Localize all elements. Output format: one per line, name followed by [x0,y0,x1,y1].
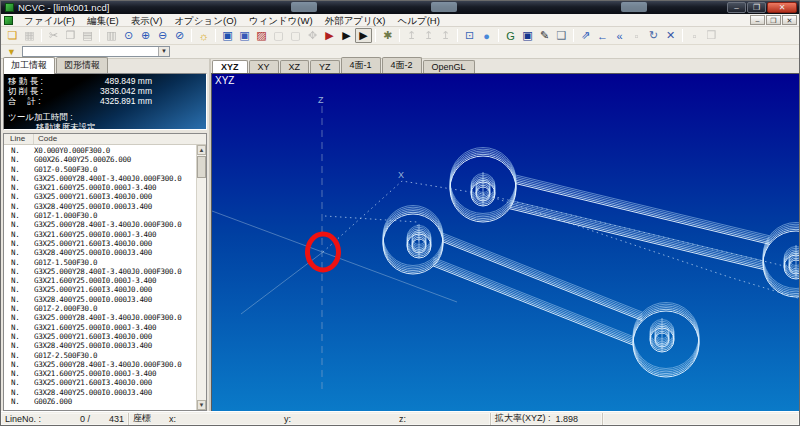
code-row[interactable]: N.G3X25.000Y21.600I3.400J0.000 [4,192,206,201]
code-list-scrollbar[interactable]: ▲ ▼ [196,145,206,410]
code-text: G01Z-1.500F30.0 [34,258,206,267]
code-row[interactable]: N.G01Z-0.500F30.0 [4,165,206,174]
code-row[interactable]: N.G3X25.000Y28.400I-3.400J0.000F300.0 [4,174,206,183]
code-row[interactable]: N.G3X28.400Y25.000I0.000J3.400 [4,295,206,304]
code-row[interactable]: N.G3X21.600Y25.000I0.000J-3.400 [4,323,206,332]
code-row[interactable]: N.G01Z-1.000F30.0 [4,211,206,220]
menu-external-app[interactable]: 外部アプリ(X) [319,14,392,27]
restore-button[interactable]: ❐ [747,2,766,13]
window-title: NCVC - [limk001.ncd] [18,2,109,13]
zoom-out-icon[interactable]: ⊖ [154,28,171,43]
view-cut-path-icon[interactable]: ▣ [219,28,236,43]
code-row[interactable]: N.G3X28.400Y25.000I0.000J3.400 [4,388,206,397]
toolbar-separator [99,29,100,42]
view-rapid-path-icon[interactable]: ▣ [236,28,253,43]
code-row[interactable]: N.G3X21.600Y25.000I0.000J-3.400 [4,276,206,285]
code-row[interactable]: N.G3X25.000Y28.400I-3.400J0.000F300.0 [4,313,206,322]
tab-opengl[interactable]: OpenGL [423,60,475,73]
combobox-dropdown-icon[interactable]: ▼ [158,47,169,56]
scroll-up-icon[interactable]: ▲ [197,145,206,155]
code-row[interactable]: N.G01Z-1.500F30.0 [4,258,206,267]
code-row[interactable]: N.G01Z-2.500F30.0 [4,351,206,360]
filter-combobox[interactable]: ▼ [22,46,170,57]
code-row[interactable]: N.X0.000Y0.000F300.0 [4,146,206,155]
code-row[interactable]: N.G3X25.000Y28.400I-3.400J0.000F300.0 [4,220,206,229]
tab-shape-info[interactable]: 図形情報 [56,57,108,73]
rotate-icon[interactable]: ↻ [645,28,662,43]
arrow-back-icon[interactable]: ← [594,28,611,43]
tab-xz[interactable]: XZ [280,60,310,73]
mdi-close-button[interactable]: ✕ [782,15,797,25]
tab-xyz[interactable]: XYZ [212,60,248,74]
code-row[interactable]: N.G00Z6.000 [4,397,206,406]
code-row[interactable]: N.G3X25.000Y28.400I-3.400J0.000F300.0 [4,267,206,276]
gcode-icon[interactable]: G [502,28,519,43]
chevrons-left-icon[interactable]: « [611,28,628,43]
cad-viewport[interactable]: XYZ [211,73,799,411]
scrollbar-thumb[interactable] [197,156,206,178]
code-row[interactable]: N.G3X28.400Y25.000I0.000J3.400 [4,248,206,257]
pen-edit-icon[interactable]: ✎ [536,28,553,43]
mdi-window-buttons: –❐✕ [750,15,797,25]
close-button[interactable]: ✕ [767,2,797,13]
menu-file[interactable]: ファイル(F) [18,14,81,27]
delete-x-icon[interactable]: ✕ [662,28,679,43]
code-text: G3X21.600Y25.000I0.000J-3.400 [34,323,206,332]
tab-machining-info[interactable]: 加工情報 [3,57,55,74]
doc-icon[interactable]: ❑ [553,28,570,43]
filter-funnel-icon[interactable]: ▼ [4,46,19,58]
code-row[interactable]: N.G00X26.400Y25.000Z6.000 [4,155,206,164]
code-line-number: N. [4,220,34,229]
code-row[interactable]: N.G3X25.000Y21.600I3.400J0.000 [4,239,206,248]
machining-info-panel: 移 動 長 :489.849 mm切 削 長 :3836.042 mm合 計 :… [3,73,207,130]
tab-quad-1[interactable]: 4面-1 [341,57,381,73]
sim-step-icon[interactable]: ▶ [321,28,338,43]
menu-option[interactable]: オプション(O) [168,14,242,27]
tab-quad-2[interactable]: 4面-2 [382,57,422,73]
sim-run-icon[interactable]: ▶ [338,28,355,43]
tab-xy[interactable]: XY [249,60,279,73]
sim-run-fast-icon[interactable]: ▶ [355,28,372,43]
menu-edit[interactable]: 編集(E) [81,14,125,27]
settings-icon[interactable]: ✱ [379,28,396,43]
code-line-number: N. [4,351,34,360]
arrow-diagonal-icon[interactable]: ⇗ [577,28,594,43]
code-row[interactable]: N.G3X21.600Y25.000I0.000J-3.400 [4,230,206,239]
code-row[interactable]: N.G3X28.400Y25.000I0.000J3.400 [4,202,206,211]
tab-yz[interactable]: YZ [310,60,340,73]
monitor-icon[interactable]: ⊡ [461,28,478,43]
code-row[interactable]: N.G3X25.000Y21.600I3.400J0.000 [4,332,206,341]
zoom-label: 拡大率(XYZ) : [495,412,551,425]
render-sphere-icon[interactable]: ● [478,28,495,43]
code-row[interactable]: N.G3X25.000Y28.400I-3.400J0.000F300.0 [4,360,206,369]
code-row[interactable]: N.G01Z-2.000F30.0 [4,304,206,313]
menu-help[interactable]: ヘルプ(H) [391,14,445,27]
code-row[interactable]: N.G3X25.000Y21.600I3.400J0.000 [4,285,206,294]
app-icon [5,3,14,12]
zoom-window-icon[interactable]: ⊘ [171,28,188,43]
ncd-file-icon[interactable]: ▣ [519,28,536,43]
zoom-fit-icon[interactable]: ⊙ [120,28,137,43]
view-points-icon[interactable]: ▨ [253,28,270,43]
code-row[interactable]: N.G3X21.600Y25.000I0.000J-3.400 [4,369,206,378]
code-row[interactable]: N.G3X28.400Y25.000I0.000J3.400 [4,341,206,350]
scroll-down-icon[interactable]: ▼ [197,400,206,410]
code-row[interactable]: N.G3X25.000Y21.600I3.400J0.000 [4,378,206,387]
column-header-line[interactable]: Line [4,134,34,144]
column-header-code[interactable]: Code [34,134,206,144]
code-text: G3X28.400Y25.000I0.000J3.400 [34,295,206,304]
open-file-icon[interactable]: ❏ [4,28,21,43]
menu-view[interactable]: 表示(V) [125,14,169,27]
title-bar[interactable]: NCVC - [limk001.ncd] –❐✕ [1,1,799,14]
mdi-restore-button[interactable]: ❐ [766,15,781,25]
coord-label: 座標 [133,412,151,425]
minimize-button[interactable]: – [727,2,746,13]
cut-icon: ✂ [45,28,62,43]
menu-window[interactable]: ウィンドウ(W) [243,14,319,27]
scrollbar-track[interactable] [197,179,206,400]
mdi-minimize-button[interactable]: – [750,15,765,25]
info-value: 3836.042 mm [60,86,152,96]
zoom-in-icon[interactable]: ⊕ [137,28,154,43]
hint-bulb-icon[interactable]: ☼ [195,28,212,43]
code-row[interactable]: N.G3X21.600Y25.000I0.000J-3.400 [4,183,206,192]
